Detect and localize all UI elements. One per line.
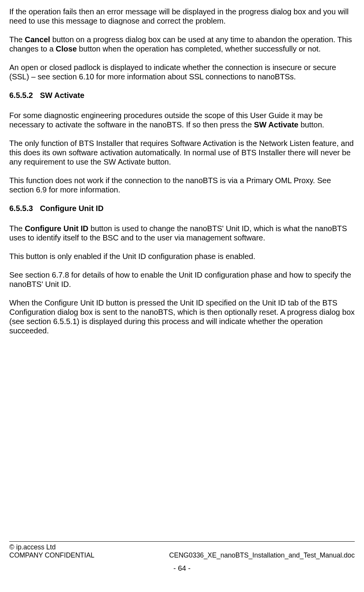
page-number: - 64 - xyxy=(9,564,355,573)
bold-configure-unit-id: Configure Unit ID xyxy=(25,224,88,233)
heading-number: 6.5.5.2 xyxy=(9,91,33,100)
body-text: The xyxy=(9,35,25,44)
body-text: button. xyxy=(298,120,324,129)
footer-confidentiality: COMPANY CONFIDENTIAL xyxy=(9,551,94,559)
footer-copyright: © ip.access Ltd xyxy=(9,543,355,551)
body-text: This button is only enabled if the Unit … xyxy=(9,252,255,261)
body-text: An open or closed padlock is displayed t… xyxy=(9,63,336,81)
paragraph-unit-id-phase: This button is only enabled if the Unit … xyxy=(9,252,355,261)
paragraph-configure-unit-id-intro: The Configure Unit ID button is used to … xyxy=(9,224,355,242)
paragraph-unit-id-ref: See section 6.7.8 for details of how to … xyxy=(9,270,355,289)
body-text: See section 6.7.8 for details of how to … xyxy=(9,271,351,288)
body-text: The xyxy=(9,224,25,233)
heading-number: 6.5.5.3 xyxy=(9,204,33,213)
paragraph-sw-activate-intro: For some diagnostic engineering procedur… xyxy=(9,111,355,129)
heading-title: SW Activate xyxy=(40,91,84,100)
paragraph-error-message: If the operation fails then an error mes… xyxy=(9,7,355,26)
heading-sw-activate: 6.5.5.2SW Activate xyxy=(9,91,355,100)
heading-title: Configure Unit ID xyxy=(40,204,103,213)
footer-row: COMPANY CONFIDENTIAL CENG0336_XE_nanoBTS… xyxy=(9,551,355,559)
page-content: If the operation fails then an error mes… xyxy=(9,7,355,541)
paragraph-unit-id-process: When the Configure Unit ID button is pre… xyxy=(9,298,355,335)
page-footer: © ip.access Ltd COMPANY CONFIDENTIAL CEN… xyxy=(9,542,355,573)
body-text: button when the operation has completed,… xyxy=(77,45,321,53)
paragraph-oml-proxy: This function does not work if the conne… xyxy=(9,176,355,194)
bold-close: Close xyxy=(56,45,77,53)
heading-configure-unit-id: 6.5.5.3Configure Unit ID xyxy=(9,204,355,213)
bold-sw-activate: SW Activate xyxy=(254,120,299,129)
body-text: The only function of BTS Installer that … xyxy=(9,139,354,166)
footer-doc-name: CENG0336_XE_nanoBTS_Installation_and_Tes… xyxy=(169,551,355,559)
body-text: When the Configure Unit ID button is pre… xyxy=(9,299,355,335)
paragraph-network-listen: The only function of BTS Installer that … xyxy=(9,139,355,166)
body-text: This function does not work if the conne… xyxy=(9,176,331,194)
paragraph-cancel-close: The Cancel button on a progress dialog b… xyxy=(9,35,355,53)
bold-cancel: Cancel xyxy=(25,35,50,44)
body-text: If the operation fails then an error mes… xyxy=(9,7,349,25)
paragraph-padlock-ssl: An open or closed padlock is displayed t… xyxy=(9,63,355,81)
